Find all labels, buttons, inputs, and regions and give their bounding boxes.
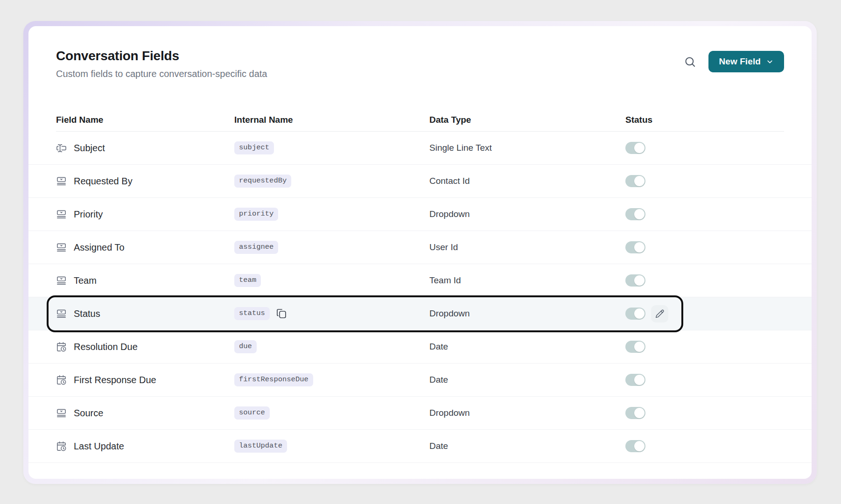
field-name: Status — [74, 308, 100, 319]
calendar-clock-icon — [56, 375, 67, 385]
dropdown-field-icon — [56, 209, 67, 220]
column-header-field-name: Field Name — [56, 115, 234, 125]
toggle-knob — [634, 375, 645, 385]
table-body: Subject subject Single Line Text Request… — [56, 132, 784, 463]
dropdown-field-icon — [56, 275, 67, 286]
internal-name-badge: lastUpdate — [234, 440, 287, 453]
copy-icon[interactable] — [276, 308, 287, 319]
toggle-knob — [634, 342, 645, 352]
dropdown-field-icon — [56, 176, 67, 187]
table-row: Team team Team Id — [28, 264, 812, 297]
internal-name-badge: team — [234, 274, 261, 287]
data-type: Contact Id — [429, 176, 625, 186]
status-toggle[interactable] — [625, 308, 645, 320]
status-toggle[interactable] — [625, 241, 645, 253]
table-row: First Response Due firstResponseDue Date — [28, 364, 812, 397]
status-toggle[interactable] — [625, 341, 645, 353]
data-type: User Id — [429, 242, 625, 252]
internal-name-badge: requestedBy — [234, 175, 291, 188]
table-row: Assigned To assignee User Id — [28, 231, 812, 264]
internal-name-badge: subject — [234, 141, 274, 154]
page-subtitle: Custom fields to capture conversation-sp… — [56, 68, 267, 80]
table-row: Priority priority Dropdown — [28, 198, 812, 231]
internal-name-badge: due — [234, 340, 257, 353]
toggle-knob — [634, 242, 645, 252]
status-toggle[interactable] — [625, 440, 645, 452]
toggle-knob — [634, 176, 645, 186]
field-name: Requested By — [74, 176, 133, 187]
data-type: Date — [429, 375, 625, 385]
settings-card-wrapper: Conversation Fields Custom fields to cap… — [23, 21, 817, 484]
new-field-button-label: New Field — [719, 56, 761, 67]
chevron-down-icon — [766, 58, 774, 66]
data-type: Team Id — [429, 275, 625, 286]
new-field-button[interactable]: New Field — [708, 51, 784, 72]
data-type: Date — [429, 441, 625, 451]
data-type: Dropdown — [429, 308, 625, 319]
data-type: Dropdown — [429, 408, 625, 418]
table-row: Status status Dropdown — [28, 297, 812, 330]
toggle-knob — [634, 209, 645, 219]
internal-name-badge: priority — [234, 208, 278, 221]
table-row: Source source Dropdown — [28, 397, 812, 430]
table-row: Subject subject Single Line Text — [28, 132, 812, 165]
internal-name-badge: source — [234, 406, 270, 420]
internal-name-badge: assignee — [234, 241, 278, 254]
toggle-knob — [634, 308, 645, 319]
field-name: Source — [74, 408, 103, 419]
field-name: Subject — [74, 143, 105, 154]
status-toggle[interactable] — [625, 407, 645, 419]
field-name: Assigned To — [74, 242, 125, 253]
table-row: Resolution Due due Date — [28, 330, 812, 364]
internal-name-badge: firstResponseDue — [234, 373, 313, 386]
dropdown-field-icon — [56, 408, 67, 419]
dropdown-field-icon — [56, 242, 67, 253]
column-header-status: Status — [625, 115, 784, 125]
status-toggle[interactable] — [625, 374, 645, 386]
calendar-clock-icon — [56, 441, 67, 452]
table-row: Last Update lastUpdate Date — [28, 430, 812, 463]
field-name: Team — [74, 275, 97, 286]
status-toggle[interactable] — [625, 175, 645, 187]
toggle-knob — [634, 408, 645, 418]
status-toggle[interactable] — [625, 274, 645, 287]
page-title: Conversation Fields — [56, 48, 267, 64]
calendar-clock-icon — [56, 342, 67, 352]
dropdown-field-icon — [56, 308, 67, 319]
field-name: First Response Due — [74, 375, 156, 385]
status-toggle[interactable] — [625, 208, 645, 220]
card-header: Conversation Fields Custom fields to cap… — [56, 26, 784, 80]
table-row: Requested By requestedBy Contact Id — [28, 165, 812, 198]
toggle-knob — [634, 441, 645, 451]
column-header-internal-name: Internal Name — [234, 115, 429, 125]
table-header: Field Name Internal Name Data Type Statu… — [56, 108, 784, 132]
header-titles: Conversation Fields Custom fields to cap… — [56, 48, 267, 80]
search-icon[interactable] — [683, 55, 696, 68]
toggle-knob — [634, 275, 645, 286]
pencil-icon — [655, 309, 665, 318]
conversation-fields-card: Conversation Fields Custom fields to cap… — [28, 26, 812, 479]
data-type: Dropdown — [429, 209, 625, 219]
field-name: Priority — [74, 209, 103, 220]
edit-field-button[interactable] — [651, 305, 668, 322]
toggle-knob — [634, 143, 645, 153]
data-type: Single Line Text — [429, 143, 625, 153]
field-name: Resolution Due — [74, 342, 138, 352]
text-cursor-input-icon — [56, 143, 67, 154]
data-type: Date — [429, 342, 625, 352]
header-actions: New Field — [683, 51, 784, 72]
internal-name-badge: status — [234, 307, 270, 320]
field-name: Last Update — [74, 441, 124, 452]
column-header-data-type: Data Type — [429, 115, 625, 125]
status-toggle[interactable] — [625, 142, 645, 154]
